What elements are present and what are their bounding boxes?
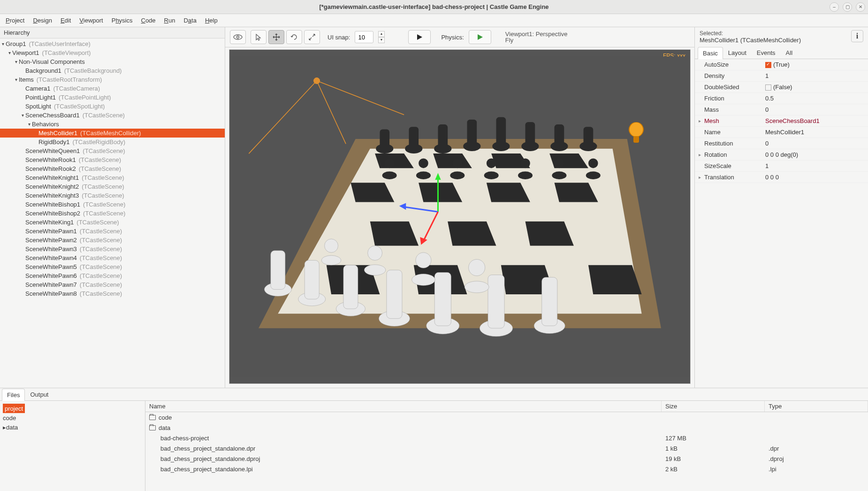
tree-item-SceneWhitePawn7[interactable]: SceneWhitePawn7(TCastleScene) xyxy=(0,280,225,289)
tree-item-SceneWhitePawn5[interactable]: SceneWhitePawn5(TCastleScene) xyxy=(0,262,225,271)
prop-mesh[interactable]: ▸MeshSceneChessBoard1 xyxy=(695,115,868,127)
camera-info: Viewport1: Perspective Fly xyxy=(505,31,568,43)
bottom-tab-output[interactable]: Output xyxy=(25,388,53,400)
menu-physics[interactable]: Physics xyxy=(112,17,133,24)
hierarchy-tree[interactable]: ▾Group1(TCastleUserInterface)▾Viewport1(… xyxy=(0,38,225,388)
tree-item-RigidBody1[interactable]: RigidBody1(TCastleRigidBody) xyxy=(0,138,225,146)
uisnap-label: UI snap: xyxy=(327,34,350,41)
prop-friction[interactable]: Friction0.5 xyxy=(695,93,868,104)
tree-item-SceneWhiteRook2[interactable]: SceneWhiteRook2(TCastleScene) xyxy=(0,164,225,173)
tree-item-SceneWhiteRook1[interactable]: SceneWhiteRook1(TCastleScene) xyxy=(0,155,225,164)
tree-item-SceneWhiteKing1[interactable]: SceneWhiteKing1(TCastleScene) xyxy=(0,218,225,227)
menu-project[interactable]: Project xyxy=(6,17,24,24)
tab-layout[interactable]: Layout xyxy=(723,46,752,59)
prop-restitution[interactable]: Restitution0 xyxy=(695,138,868,149)
tab-basic[interactable]: Basic xyxy=(698,47,723,59)
tree-item-SceneWhiteQueen1[interactable]: SceneWhiteQueen1(TCastleScene) xyxy=(0,146,225,155)
folder-code[interactable]: code xyxy=(3,413,142,422)
menu-code[interactable]: Code xyxy=(141,17,156,24)
scale-tool-button[interactable] xyxy=(304,30,320,44)
tree-item-Background1[interactable]: Background1(TCastleBackground) xyxy=(0,66,225,75)
tab-all[interactable]: All xyxy=(781,46,798,59)
tree-item-Camera1[interactable]: Camera1(TCastleCamera) xyxy=(0,84,225,93)
tree-item-SceneWhiteBishop2[interactable]: SceneWhiteBishop2(TCastleScene) xyxy=(0,209,225,218)
menu-viewport[interactable]: Viewport xyxy=(79,17,103,24)
col-name[interactable]: Name xyxy=(145,401,662,412)
tree-item-Group1[interactable]: ▾Group1(TCastleUserInterface) xyxy=(0,39,225,48)
physics-play-button[interactable] xyxy=(469,30,491,44)
minimize-button[interactable]: – xyxy=(830,2,839,12)
svg-point-49 xyxy=(520,158,530,168)
bottom-tab-files[interactable]: Files xyxy=(2,389,25,401)
tree-item-SceneChessBoard1[interactable]: ▾SceneChessBoard1(TCastleScene) xyxy=(0,111,225,120)
tree-item-SceneWhitePawn4[interactable]: SceneWhitePawn4(TCastleScene) xyxy=(0,253,225,262)
tree-item-Viewport1[interactable]: ▾Viewport1(TCastleViewport) xyxy=(0,48,225,57)
col-size[interactable]: Size xyxy=(662,401,765,412)
file-data[interactable]: data xyxy=(145,422,868,433)
inspector-properties[interactable]: AutoSize(True)Density1DoubleSided(False)… xyxy=(695,59,868,388)
tree-item-SceneWhitePawn2[interactable]: SceneWhitePawn2(TCastleScene) xyxy=(0,236,225,245)
file-bad-chess-project[interactable]: bad-chess-project127 MB xyxy=(145,433,868,443)
bottom-panel: FilesOutput project code▸ data Name Size… xyxy=(0,388,868,491)
svg-rect-27 xyxy=(409,127,419,149)
menu-design[interactable]: Design xyxy=(33,17,52,24)
file-bad_chess_project_standalone.dproj[interactable]: bad_chess_project_standalone.dproj19 kB.… xyxy=(145,453,868,464)
tree-item-SceneWhiteBishop1[interactable]: SceneWhiteBishop1(TCastleScene) xyxy=(0,200,225,209)
menu-edit[interactable]: Edit xyxy=(61,17,71,24)
play-button[interactable] xyxy=(408,30,431,44)
folder-data[interactable]: ▸ data xyxy=(3,422,142,432)
svg-rect-57 xyxy=(305,261,319,299)
prop-autosize[interactable]: AutoSize(True) xyxy=(695,59,868,70)
uisnap-up[interactable]: ▴ xyxy=(378,31,385,37)
move-tool-button[interactable] xyxy=(268,30,284,44)
tree-item-PointLight1[interactable]: PointLight1(TCastlePointLight) xyxy=(0,93,225,102)
tree-item-SceneWhitePawn8[interactable]: SceneWhitePawn8(TCastleScene) xyxy=(0,289,225,298)
file-rows[interactable]: codedatabad-chess-project127 MBbad_chess… xyxy=(145,412,868,491)
tree-item-SceneWhitePawn3[interactable]: SceneWhitePawn3(TCastleScene) xyxy=(0,245,225,253)
svg-rect-39 xyxy=(584,127,594,146)
prop-density[interactable]: Density1 xyxy=(695,70,868,82)
folder-tree[interactable]: project code▸ data xyxy=(0,401,145,491)
svg-rect-33 xyxy=(496,117,506,146)
prop-rotation[interactable]: ▸Rotation0 0 0 deg(0) xyxy=(695,149,868,161)
info-button[interactable]: i xyxy=(851,30,863,42)
uisnap-down[interactable]: ▾ xyxy=(378,37,385,43)
col-type[interactable]: Type xyxy=(765,401,868,412)
prop-name[interactable]: NameMeshCollider1 xyxy=(695,127,868,138)
maximize-button[interactable]: ▢ xyxy=(843,2,852,12)
tree-item-Items[interactable]: ▾Items(TCastleRootTransform) xyxy=(0,75,225,84)
folder-project[interactable]: project xyxy=(3,404,25,413)
file-code[interactable]: code xyxy=(145,412,868,422)
menu-run[interactable]: Run xyxy=(164,17,175,24)
tree-item-MeshCollider1[interactable]: MeshCollider1(TCastleMeshCollider) xyxy=(0,129,225,138)
menu-data[interactable]: Data xyxy=(183,17,196,24)
tree-item-SceneWhiteKnight3[interactable]: SceneWhiteKnight3(TCastleScene) xyxy=(0,191,225,200)
tab-events[interactable]: Events xyxy=(752,46,781,59)
svg-rect-63 xyxy=(434,272,451,326)
svg-rect-67 xyxy=(542,277,557,326)
tree-item-SceneWhitePawn1[interactable]: SceneWhitePawn1(TCastleScene) xyxy=(0,227,225,236)
uisnap-input[interactable] xyxy=(355,31,373,43)
tree-item-Behaviors[interactable]: ▾Behaviors xyxy=(0,120,225,129)
svg-point-43 xyxy=(419,158,428,168)
prop-sizescale[interactable]: SizeScale1 xyxy=(695,161,868,172)
prop-mass[interactable]: Mass0 xyxy=(695,104,868,115)
close-button[interactable]: ✕ xyxy=(856,2,865,12)
viewport-3d[interactable]: FPS: xxx xyxy=(229,49,691,384)
prop-translation[interactable]: ▸Translation0 0 0 xyxy=(695,172,868,183)
tree-item-SceneWhiteKnight1[interactable]: SceneWhiteKnight1(TCastleScene) xyxy=(0,173,225,182)
visibility-toggle-button[interactable] xyxy=(230,30,246,44)
tree-item-SpotLight[interactable]: SpotLight(TCastleSpotLight) xyxy=(0,102,225,111)
prop-doublesided[interactable]: DoubleSided(False) xyxy=(695,82,868,93)
tree-item-Non-Visual Components[interactable]: ▾Non-Visual Components xyxy=(0,57,225,66)
tree-item-SceneWhiteKnight2[interactable]: SceneWhiteKnight2(TCastleScene) xyxy=(0,182,225,191)
svg-rect-61 xyxy=(387,270,402,318)
tree-item-SceneWhitePawn6[interactable]: SceneWhitePawn6(TCastleScene) xyxy=(0,271,225,280)
menu-help[interactable]: Help xyxy=(205,17,218,24)
file-bad_chess_project_standalone.dpr[interactable]: bad_chess_project_standalone.dpr1 kB.dpr xyxy=(145,443,868,453)
select-tool-button[interactable] xyxy=(251,30,266,44)
rotate-tool-button[interactable] xyxy=(286,30,302,44)
file-bad_chess_project_standalone.lpi[interactable]: bad_chess_project_standalone.lpi2 kB.lpi xyxy=(145,464,868,474)
svg-point-42 xyxy=(416,171,431,179)
svg-point-47 xyxy=(487,158,496,168)
